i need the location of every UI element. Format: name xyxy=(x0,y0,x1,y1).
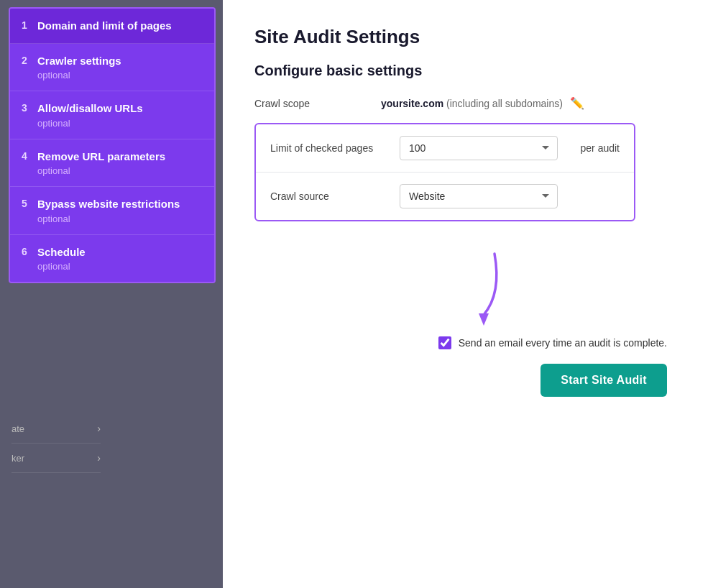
edit-icon[interactable]: ✏️ xyxy=(570,97,584,109)
arrow-svg xyxy=(459,250,509,329)
sidebar-bg-item-1: ate › xyxy=(12,414,101,444)
nav-content-2: Crawler settings optional xyxy=(37,54,203,81)
nav-content-3: Allow/disallow URLs optional xyxy=(37,101,203,129)
nav-number-1: 1 xyxy=(22,19,37,31)
crawl-source-select[interactable]: Website Sitemap Both xyxy=(400,184,558,208)
nav-number-3: 3 xyxy=(22,102,37,114)
settings-row-crawl-source: Crawl source Website Sitemap Both xyxy=(256,173,634,220)
sidebar-background: ate › ker › 1 Domain and limit of pages … xyxy=(0,0,223,588)
main-content: Site Audit Settings Configure basic sett… xyxy=(223,0,713,588)
nav-content-1: Domain and limit of pages xyxy=(37,19,203,33)
nav-number-4: 4 xyxy=(22,150,37,162)
chevron-icon-2: › xyxy=(97,452,101,464)
page-title: Site Audit Settings xyxy=(254,26,681,48)
nav-title-1: Domain and limit of pages xyxy=(37,19,203,33)
nav-content-5: Bypass website restrictions optional xyxy=(37,197,203,224)
limit-pages-suffix: per audit xyxy=(581,142,620,154)
limit-pages-label: Limit of checked pages xyxy=(270,142,400,154)
nav-item-4[interactable]: 4 Remove URL parameters optional xyxy=(10,139,214,188)
sidebar-bg-label-2: ker xyxy=(12,453,24,464)
crawl-scope-value: yoursite.com (including all subdomains) … xyxy=(381,96,584,110)
start-button-row: Start Site Audit xyxy=(254,364,681,397)
settings-row-limit: Limit of checked pages 100 500 1000 5000… xyxy=(256,124,634,173)
settings-box: Limit of checked pages 100 500 1000 5000… xyxy=(254,123,635,221)
nav-item-1[interactable]: 1 Domain and limit of pages xyxy=(10,9,214,44)
nav-title-5: Bypass website restrictions xyxy=(37,197,203,211)
nav-title-3: Allow/disallow URLs xyxy=(37,101,203,116)
nav-content-6: Schedule optional xyxy=(37,245,203,272)
email-label: Send an email every time an audit is com… xyxy=(459,337,667,349)
crawl-source-control: Website Sitemap Both xyxy=(400,184,620,208)
nav-title-4: Remove URL parameters xyxy=(37,150,203,164)
nav-number-5: 5 xyxy=(22,198,37,209)
nav-item-6[interactable]: 6 Schedule optional xyxy=(10,235,214,282)
nav-subtitle-6: optional xyxy=(37,261,203,272)
crawl-source-label: Crawl source xyxy=(270,190,400,202)
sidebar-bg-item-2: ker › xyxy=(12,444,101,473)
nav-title-2: Crawler settings xyxy=(37,54,203,68)
limit-pages-control: 100 500 1000 5000 20000 100000 xyxy=(400,136,572,160)
crawl-scope-site: yoursite.com xyxy=(381,98,443,109)
nav-number-6: 6 xyxy=(22,246,37,257)
nav-item-5[interactable]: 5 Bypass website restrictions optional xyxy=(10,187,214,235)
crawl-scope-row: Crawl scope yoursite.com (including all … xyxy=(254,96,681,110)
crawl-scope-note: (including all subdomains) xyxy=(446,98,563,109)
nav-subtitle-5: optional xyxy=(37,213,203,224)
svg-marker-0 xyxy=(479,313,489,326)
nav-item-2[interactable]: 2 Crawler settings optional xyxy=(10,44,214,92)
crawl-scope-label: Crawl scope xyxy=(254,98,369,109)
nav-subtitle-2: optional xyxy=(37,70,203,81)
chevron-icon-1: › xyxy=(97,423,101,434)
sidebar-bg-text-items: ate › ker › xyxy=(0,414,101,473)
nav-item-3[interactable]: 3 Allow/disallow URLs optional xyxy=(10,91,214,139)
nav-content-4: Remove URL parameters optional xyxy=(37,150,203,177)
section-title: Configure basic settings xyxy=(254,63,681,79)
start-site-audit-button[interactable]: Start Site Audit xyxy=(540,364,667,397)
nav-subtitle-3: optional xyxy=(37,118,203,129)
nav-panel: 1 Domain and limit of pages 2 Crawler se… xyxy=(9,7,216,283)
nav-number-2: 2 xyxy=(22,55,37,66)
nav-title-6: Schedule xyxy=(37,245,203,259)
email-checkbox[interactable] xyxy=(438,336,451,349)
sidebar-bg-label-1: ate xyxy=(12,423,24,434)
arrow-decoration-container xyxy=(254,250,681,336)
limit-pages-select[interactable]: 100 500 1000 5000 20000 100000 xyxy=(400,136,558,160)
nav-subtitle-4: optional xyxy=(37,165,203,176)
email-row: Send an email every time an audit is com… xyxy=(254,336,681,349)
